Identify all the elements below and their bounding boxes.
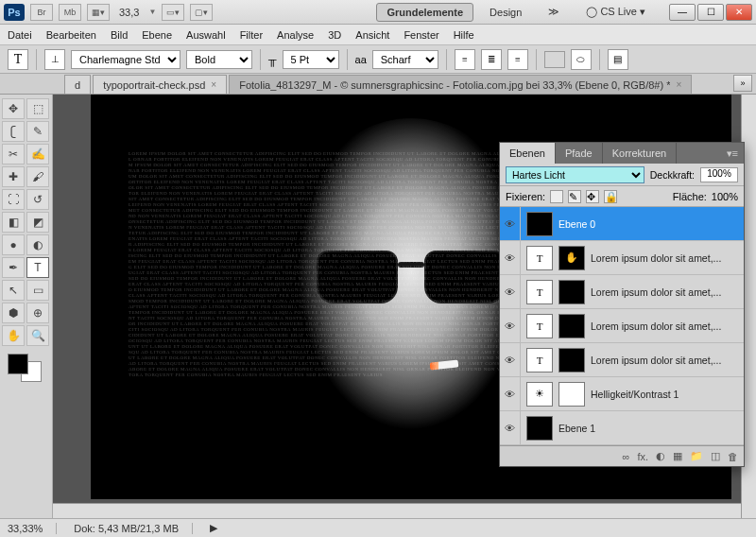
marquee-tool[interactable]: ⬚ (26, 98, 49, 119)
visibility-icon[interactable]: 👁 (500, 207, 521, 240)
crop-tool[interactable]: ✂ (2, 144, 25, 165)
panel-tab-ebenen[interactable]: Ebenen (500, 143, 556, 164)
antialias-select[interactable]: Scharf (372, 50, 438, 69)
close-icon[interactable]: × (676, 79, 681, 90)
opacity-value[interactable]: 100% (700, 167, 738, 182)
layer-mask-thumbnail[interactable] (558, 280, 585, 304)
menu-filter[interactable]: Filter (240, 29, 263, 41)
group-icon[interactable]: 📁 (690, 450, 703, 462)
layer-thumbnail[interactable] (526, 416, 553, 441)
menu-ansicht[interactable]: Ansicht (355, 29, 389, 41)
history-brush-tool[interactable]: ↺ (26, 189, 49, 210)
layer-name[interactable]: Lorem ipsum dolor sit amet,... (591, 320, 738, 332)
eraser-tool[interactable]: ◧ (2, 212, 25, 233)
move-tool[interactable]: ✥ (2, 98, 25, 119)
visibility-icon[interactable]: 👁 (500, 343, 521, 376)
shape-tool[interactable]: ▭ (26, 280, 49, 301)
layer-row[interactable]: 👁 Ebene 1 (500, 411, 744, 445)
mask-icon[interactable]: ◐ (656, 450, 665, 462)
3d-camera-tool[interactable]: ⊕ (26, 303, 49, 323)
minibridge-button[interactable]: Mb (59, 4, 81, 21)
layer-name[interactable]: Ebene 0 (558, 218, 738, 230)
align-right[interactable]: ≡ (507, 49, 528, 70)
visibility-icon[interactable]: 👁 (500, 377, 521, 410)
character-panel-toggle[interactable]: ▤ (608, 49, 628, 70)
stamp-tool[interactable]: ⛶ (2, 189, 25, 210)
minimize-button[interactable]: — (669, 4, 696, 21)
fx-icon[interactable]: fx. (637, 451, 648, 462)
pen-tool[interactable]: ✒ (2, 257, 25, 278)
blur-tool[interactable]: ● (2, 234, 25, 255)
arrange-button[interactable]: ▭▾ (162, 4, 184, 21)
layer-row[interactable]: 👁 T Lorem ipsum dolor sit amet,... (500, 275, 744, 309)
layer-thumbnail[interactable]: T (526, 348, 553, 372)
font-style-select[interactable]: Bold (186, 50, 252, 69)
trash-icon[interactable]: 🗑 (728, 451, 738, 462)
layer-name[interactable]: Ebene 1 (558, 423, 738, 434)
panel-tab-pfade[interactable]: Pfade (556, 143, 603, 164)
visibility-icon[interactable]: 👁 (500, 309, 521, 342)
font-size-select[interactable]: 5 Pt (283, 50, 339, 69)
workspace-grundelemente[interactable]: Grundelemente (376, 3, 473, 22)
layer-name[interactable]: Helligkeit/Kontrast 1 (591, 389, 738, 400)
layer-thumbnail[interactable]: T (526, 246, 553, 270)
workspace-design[interactable]: Design (479, 3, 532, 22)
layer-row[interactable]: 👁 T Lorem ipsum dolor sit amet,... (500, 343, 744, 377)
layer-row[interactable]: 👁 Ebene 0 (500, 207, 744, 241)
layer-row[interactable]: 👁 T Lorem ipsum dolor sit amet,... (500, 309, 744, 343)
align-left[interactable]: ≡ (455, 49, 475, 70)
menu-hilfe[interactable]: Hilfe (454, 29, 474, 41)
layer-thumbnail[interactable] (526, 212, 553, 236)
align-center[interactable]: ≣ (481, 49, 502, 70)
visibility-icon[interactable]: 👁 (500, 241, 521, 274)
menu-bild[interactable]: Bild (111, 29, 128, 41)
layer-mask-thumbnail[interactable] (558, 382, 585, 407)
zoom-level[interactable]: 33,3 (115, 7, 143, 18)
layer-thumbnail[interactable]: T (526, 280, 553, 304)
lock-position-icon[interactable]: ✥ (586, 190, 599, 203)
layers-panel[interactable]: Ebenen Pfade Korrekturen ▾≡ Hartes Licht… (499, 142, 745, 467)
orientation-toggle[interactable]: ⊥ (44, 49, 65, 70)
hand-tool[interactable]: ✋ (2, 325, 25, 346)
3d-tool[interactable]: ⬢ (2, 303, 25, 323)
lock-pixels-icon[interactable]: ✎ (568, 190, 581, 203)
close-button[interactable]: ✕ (726, 4, 752, 21)
zoom-dropdown-icon[interactable]: ▼ (148, 8, 156, 16)
color-swatches[interactable] (8, 354, 42, 382)
link-layers-icon[interactable]: ∞ (623, 451, 630, 462)
eyedropper-tool[interactable]: ✍ (26, 144, 49, 165)
view-extras-button[interactable]: ▦▾ (87, 4, 110, 21)
brush-tool[interactable]: 🖌 (26, 166, 49, 187)
layer-thumbnail[interactable]: T (526, 314, 553, 338)
visibility-icon[interactable]: 👁 (500, 275, 521, 308)
maximize-button[interactable]: ☐ (697, 4, 724, 21)
lock-transparency-icon[interactable] (550, 190, 563, 203)
horizontal-scrollbar[interactable] (53, 503, 741, 518)
layer-mask-thumbnail[interactable]: ✋ (558, 246, 585, 270)
bridge-button[interactable]: Br (30, 4, 53, 21)
cslive-button[interactable]: ◯ CS Live ▾ (576, 2, 656, 22)
lock-all-icon[interactable]: 🔒 (604, 190, 617, 203)
font-family-select[interactable]: Charlemagne Std (71, 50, 180, 69)
dodge-tool[interactable]: ◐ (26, 234, 49, 255)
healing-tool[interactable]: ✚ (2, 166, 25, 187)
layer-name[interactable]: Lorem ipsum dolor sit amet,... (591, 252, 738, 264)
menu-auswahl[interactable]: Auswahl (186, 29, 226, 41)
status-zoom[interactable]: 33,33% (8, 523, 57, 534)
panel-tab-korrekturen[interactable]: Korrekturen (603, 143, 677, 164)
lasso-tool[interactable]: ʗ (2, 121, 25, 142)
gradient-tool[interactable]: ◩ (26, 212, 49, 233)
quickselect-tool[interactable]: ✎ (26, 121, 49, 142)
layer-thumbnail[interactable]: ☀ (526, 382, 553, 407)
path-tool[interactable]: ↖ (2, 280, 25, 301)
menu-fenster[interactable]: Fenster (404, 29, 438, 41)
tab-scroll-right[interactable]: » (733, 75, 752, 92)
new-layer-icon[interactable]: ◫ (711, 450, 720, 462)
workspace-more[interactable]: ≫ (538, 2, 570, 22)
blend-mode-select[interactable]: Hartes Licht (506, 166, 644, 183)
layer-row[interactable]: 👁 ☀ Helligkeit/Kontrast 1 (500, 377, 744, 411)
menu-bearbeiten[interactable]: Bearbeiten (46, 29, 96, 41)
layer-row[interactable]: 👁 T ✋ Lorem ipsum dolor sit amet,... (500, 241, 744, 275)
layer-mask-thumbnail[interactable] (558, 348, 585, 372)
visibility-icon[interactable]: 👁 (500, 411, 521, 444)
